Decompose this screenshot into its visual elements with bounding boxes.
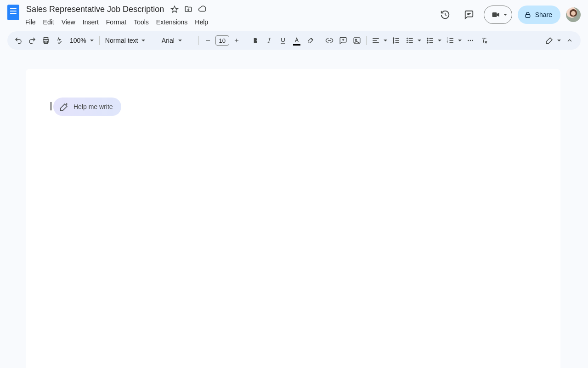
menu-file[interactable]: File — [22, 17, 39, 28]
text-color-swatch — [293, 44, 300, 46]
redo-button[interactable] — [26, 34, 39, 47]
numbered-list-dropdown[interactable]: 1 2 3 — [444, 34, 463, 47]
zoom-select[interactable]: 100% — [67, 34, 96, 47]
collapse-toolbar-button[interactable] — [563, 34, 576, 47]
align-dropdown[interactable] — [369, 34, 389, 47]
page[interactable]: Help me write — [26, 69, 560, 368]
chevron-down-icon — [503, 14, 507, 16]
chevron-down-icon — [90, 40, 94, 41]
align-icon — [369, 34, 382, 47]
svg-rect-1 — [526, 14, 530, 17]
title-and-menus: Sales Representative Job Description Fil… — [25, 3, 436, 28]
chevron-down-icon — [458, 40, 462, 41]
help-me-write-label: Help me write — [74, 103, 113, 110]
star-icon[interactable] — [170, 5, 179, 14]
chevron-down-icon — [438, 40, 441, 41]
paragraph-style-value: Normal text — [105, 37, 138, 44]
title-row: Sales Representative Job Description — [25, 3, 436, 16]
document-title[interactable]: Sales Representative Job Description — [25, 4, 165, 15]
font-size-value: 10 — [219, 37, 226, 44]
bold-button[interactable] — [249, 34, 262, 47]
menubar: File Edit View Insert Format Tools Exten… — [22, 17, 436, 28]
docs-logo-icon[interactable] — [7, 5, 19, 20]
app-header: Sales Representative Job Description Fil… — [0, 0, 588, 28]
menu-help[interactable]: Help — [192, 17, 211, 28]
cloud-status-icon[interactable] — [198, 5, 207, 14]
chevron-down-icon — [384, 40, 387, 41]
zoom-value: 100% — [70, 37, 86, 44]
more-toolbar-button[interactable] — [464, 34, 477, 47]
svg-point-15 — [472, 40, 473, 41]
svg-point-14 — [469, 40, 471, 41]
font-size-decrease-button[interactable] — [202, 34, 215, 47]
svg-point-8 — [427, 40, 428, 41]
spellcheck-button[interactable] — [53, 34, 66, 47]
text-cursor — [51, 102, 51, 110]
menu-view[interactable]: View — [58, 17, 79, 28]
clear-formatting-button[interactable] — [478, 34, 491, 47]
svg-text:3: 3 — [447, 41, 448, 44]
share-label: Share — [535, 11, 552, 18]
bulleted-list-dropdown[interactable] — [424, 34, 443, 47]
separator — [198, 36, 199, 45]
comments-icon[interactable] — [460, 6, 478, 24]
print-button[interactable] — [40, 34, 52, 47]
chevron-down-icon — [557, 40, 561, 41]
menu-extensions[interactable]: Extensions — [153, 17, 191, 28]
meet-button[interactable] — [484, 6, 512, 24]
checklist-dropdown[interactable] — [403, 34, 423, 47]
svg-point-9 — [427, 42, 428, 43]
svg-rect-0 — [492, 12, 497, 17]
menu-format[interactable]: Format — [103, 17, 130, 28]
document-canvas[interactable]: Help me write — [0, 55, 588, 368]
magic-pencil-icon — [60, 102, 69, 111]
highlight-color-button[interactable] — [304, 34, 317, 47]
bullet-list-icon — [424, 34, 436, 47]
account-avatar[interactable] — [566, 7, 581, 22]
font-size-increase-button[interactable] — [230, 34, 243, 47]
separator — [99, 36, 100, 45]
menu-tools[interactable]: Tools — [130, 17, 152, 28]
text-color-button[interactable] — [290, 34, 303, 47]
add-comment-button[interactable] — [337, 34, 350, 47]
menu-insert[interactable]: Insert — [79, 17, 102, 28]
font-size-input[interactable]: 10 — [215, 35, 229, 46]
pencil-icon — [543, 34, 556, 47]
separator — [156, 36, 156, 45]
svg-point-6 — [355, 39, 356, 40]
menu-edit[interactable]: Edit — [40, 17, 57, 28]
font-family-value: Arial — [162, 37, 175, 44]
help-me-write-chip[interactable]: Help me write — [53, 98, 121, 116]
font-family-select[interactable]: Arial — [159, 34, 196, 47]
chevron-down-icon — [141, 40, 145, 41]
numbered-list-icon: 1 2 3 — [444, 34, 457, 47]
last-edit-icon[interactable] — [436, 6, 454, 24]
checklist-icon — [403, 34, 416, 47]
lock-icon — [524, 11, 531, 18]
header-actions: Share — [436, 6, 581, 24]
font-size-group: 10 — [202, 34, 243, 47]
paragraph-style-select[interactable]: Normal text — [102, 34, 153, 47]
chevron-down-icon — [178, 40, 182, 41]
undo-button[interactable] — [12, 34, 25, 47]
editing-mode-dropdown[interactable] — [543, 34, 562, 47]
chevron-down-icon — [418, 40, 421, 41]
underline-button[interactable] — [277, 34, 289, 47]
insert-image-button[interactable] — [351, 34, 363, 47]
move-icon[interactable] — [184, 5, 193, 14]
separator — [320, 36, 320, 45]
line-spacing-button[interactable] — [390, 34, 402, 47]
toolbar: 100% Normal text Arial 10 — [7, 31, 581, 50]
share-button[interactable]: Share — [518, 6, 560, 24]
separator — [246, 36, 246, 45]
insert-link-button[interactable] — [323, 34, 336, 47]
separator — [366, 36, 367, 45]
svg-point-7 — [427, 38, 428, 39]
svg-point-13 — [468, 40, 469, 41]
italic-button[interactable] — [263, 34, 276, 47]
video-icon — [491, 10, 501, 19]
